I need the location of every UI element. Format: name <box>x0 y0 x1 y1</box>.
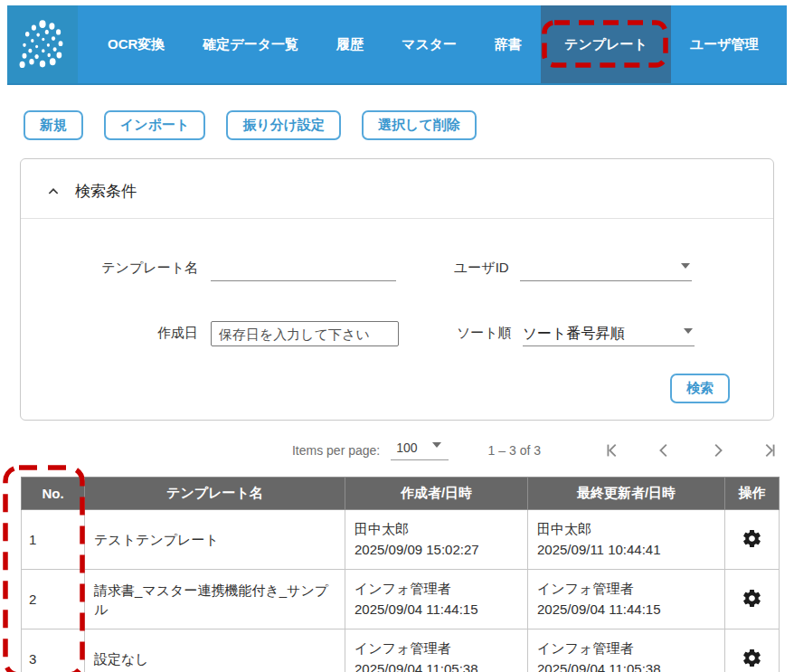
first-page-icon <box>602 440 622 460</box>
dots-logo-icon <box>14 14 71 75</box>
row-no: 1 <box>22 510 85 570</box>
row-creator-cell: インフォ管理者 2025/09/04 11:44:15 <box>345 570 528 629</box>
created-date-input[interactable] <box>211 321 399 346</box>
template-table: No. テンプレート名 作成者/日時 最終更新者/日時 操作 1 テストテンプレ… <box>21 477 780 672</box>
search-conditions-panel: 検索条件 テンプレート名 ユーザID 作成日 ソート順 <box>20 158 774 421</box>
table-row: 1 テストテンプレート 田中太郎 2025/09/09 15:02:27 田中太… <box>22 510 780 570</box>
row-creator-cell: 田中太郎 2025/09/09 15:02:27 <box>345 510 528 570</box>
updater-name: 田中太郎 <box>537 519 715 540</box>
nav-item-template-label: テンプレート <box>564 36 647 53</box>
search-panel-title: 検索条件 <box>75 181 137 202</box>
created-datetime: 2025/09/09 15:02:27 <box>354 540 518 561</box>
nav-item-dictionary[interactable]: 辞書 <box>476 5 541 83</box>
chevron-right-icon <box>707 440 727 460</box>
first-page-button[interactable] <box>600 439 624 462</box>
app-logo <box>7 5 78 83</box>
row-updater-cell: インフォ管理者 2025/09/04 11:05:38 <box>528 629 725 672</box>
search-button[interactable]: 検索 <box>670 374 730 403</box>
table-row: 2 請求書_マスター連携機能付き_サンプル インフォ管理者 2025/09/04… <box>22 570 780 629</box>
items-per-page-label: Items per page: <box>292 443 380 458</box>
sort-order-value: ソート番号昇順 <box>523 325 625 344</box>
updated-datetime: 2025/09/04 11:05:38 <box>537 659 715 672</box>
sort-order-group: ソート順 ソート番号昇順 <box>457 322 695 346</box>
dropdown-arrow-icon <box>432 442 441 448</box>
last-page-button[interactable] <box>758 439 781 462</box>
user-id-group: ユーザID <box>454 257 692 281</box>
row-creator-cell: インフォ管理者 2025/09/04 11:05:38 <box>345 629 528 672</box>
nav-item-history[interactable]: 履歴 <box>317 5 383 83</box>
previous-page-button[interactable] <box>653 439 676 462</box>
created-datetime: 2025/09/04 11:44:15 <box>354 600 518 620</box>
table-row: 3 設定なし インフォ管理者 2025/09/04 11:05:38 インフォ管… <box>22 629 780 672</box>
row-actions-cell <box>725 570 780 629</box>
next-page-button[interactable] <box>705 439 729 462</box>
column-header-no: No. <box>22 478 85 510</box>
row-template-name: 設定なし <box>85 629 345 672</box>
updater-name: インフォ管理者 <box>537 639 715 659</box>
nav-item-template-active[interactable]: テンプレート <box>541 5 671 83</box>
row-no: 3 <box>22 629 85 672</box>
dropdown-arrow-icon <box>684 328 693 334</box>
row-template-name: テストテンプレート <box>85 510 345 570</box>
created-datetime: 2025/09/04 11:05:38 <box>354 659 518 672</box>
updated-datetime: 2025/09/04 11:44:15 <box>537 600 715 620</box>
template-list-page: OCR変換 確定データ一覧 履歴 マスター 辞書 テンプレート ユーザ管理 新規… <box>0 0 794 672</box>
main-nav: OCR変換 確定データ一覧 履歴 マスター 辞書 テンプレート ユーザ管理 <box>78 5 778 83</box>
creator-name: 田中太郎 <box>354 519 518 540</box>
row-updater-cell: 田中太郎 2025/09/11 10:44:41 <box>528 510 725 570</box>
chevron-up-icon[interactable] <box>46 185 61 199</box>
table-header-row: No. テンプレート名 作成者/日時 最終更新者/日時 操作 <box>22 478 780 510</box>
sort-order-select[interactable]: ソート番号昇順 <box>523 322 695 346</box>
creator-name: インフォ管理者 <box>354 579 518 600</box>
paginator: Items per page: 100 1 – 3 of 3 <box>0 439 781 462</box>
new-button[interactable]: 新規 <box>24 110 83 140</box>
updater-name: インフォ管理者 <box>537 579 715 600</box>
creator-name: インフォ管理者 <box>354 639 518 659</box>
row-actions-cell <box>725 629 780 672</box>
column-header-template-name: テンプレート名 <box>85 478 345 510</box>
created-date-label: 作成日 <box>62 325 198 346</box>
row-actions-cell <box>725 510 780 570</box>
settings-gear-icon[interactable] <box>742 528 762 549</box>
updated-datetime: 2025/09/11 10:44:41 <box>537 540 715 561</box>
search-submit-row: 検索 <box>62 346 751 420</box>
nav-item-user-management[interactable]: ユーザ管理 <box>671 5 778 83</box>
row-template-name: 請求書_マスター連携機能付き_サンプル <box>85 570 345 629</box>
column-header-creator: 作成者/日時 <box>345 478 528 510</box>
toolbar: 新規 インポート 振り分け設定 選択して削除 <box>24 110 794 140</box>
template-name-input[interactable] <box>211 257 396 281</box>
nav-item-ocr-convert[interactable]: OCR変換 <box>89 5 184 83</box>
column-header-actions: 操作 <box>725 478 780 510</box>
chevron-left-icon <box>655 440 675 460</box>
items-per-page-select[interactable]: 100 <box>391 440 448 460</box>
settings-gear-icon[interactable] <box>742 588 762 609</box>
items-per-page-value: 100 <box>396 440 417 455</box>
nav-item-master[interactable]: マスター <box>383 5 476 83</box>
template-table-container: No. テンプレート名 作成者/日時 最終更新者/日時 操作 1 テストテンプレ… <box>21 477 779 672</box>
search-form: テンプレート名 ユーザID 作成日 ソート順 ソート番号昇順 <box>21 219 773 420</box>
template-name-label: テンプレート名 <box>62 260 198 281</box>
row-updater-cell: インフォ管理者 2025/09/04 11:44:15 <box>528 570 725 629</box>
user-id-label: ユーザID <box>454 260 509 281</box>
import-button[interactable]: インポート <box>104 110 205 140</box>
sort-order-label: ソート順 <box>457 325 512 346</box>
nav-item-confirmed-data[interactable]: 確定データ一覧 <box>184 5 317 83</box>
column-header-updater: 最終更新者/日時 <box>528 478 725 510</box>
search-form-row-2: 作成日 ソート順 ソート番号昇順 <box>62 321 751 346</box>
search-form-row-1: テンプレート名 ユーザID <box>62 257 751 281</box>
row-no: 2 <box>22 570 85 629</box>
routing-settings-button[interactable]: 振り分け設定 <box>226 110 341 140</box>
search-panel-header[interactable]: 検索条件 <box>21 159 773 218</box>
delete-selected-button[interactable]: 選択して削除 <box>362 110 477 140</box>
last-page-icon <box>760 440 780 460</box>
page-range-text: 1 – 3 of 3 <box>488 443 541 458</box>
settings-gear-icon[interactable] <box>742 648 762 668</box>
dropdown-arrow-icon <box>681 263 690 269</box>
top-navbar: OCR変換 確定データ一覧 履歴 マスター 辞書 テンプレート ユーザ管理 <box>7 5 787 85</box>
user-id-select[interactable] <box>520 257 692 281</box>
